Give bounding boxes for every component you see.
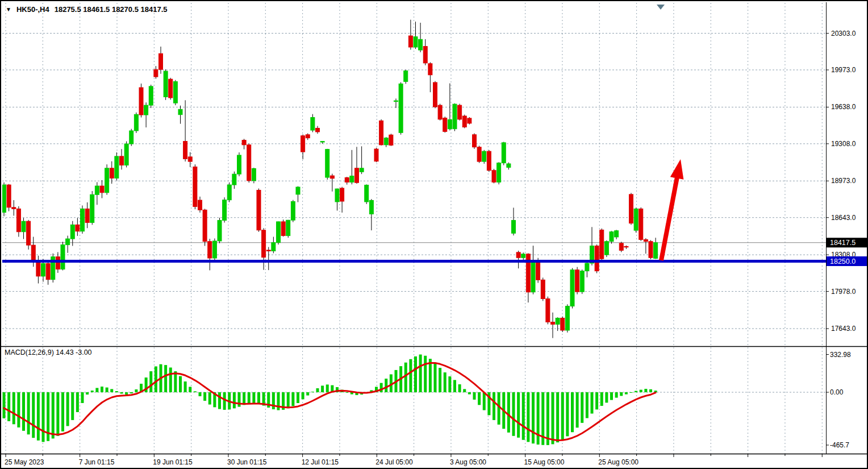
candle-body[interactable]	[237, 155, 241, 174]
candle-body[interactable]	[408, 36, 412, 47]
candle-body[interactable]	[130, 131, 133, 144]
candle-body[interactable]	[551, 322, 555, 325]
candle-body[interactable]	[70, 225, 74, 239]
candle-body[interactable]	[266, 250, 270, 251]
candle-body[interactable]	[154, 69, 158, 77]
candle-body[interactable]	[272, 243, 276, 251]
candle-body[interactable]	[56, 257, 60, 269]
candle-body[interactable]	[36, 261, 40, 276]
candle-body[interactable]	[526, 254, 530, 292]
time-axis[interactable]: 25 May 20237 Jun 01:1519 Jun 01:1530 Jun…	[5, 454, 822, 466]
candle-body[interactable]	[516, 252, 520, 258]
candle-body[interactable]	[399, 84, 403, 132]
candle-body[interactable]	[345, 177, 349, 182]
candle-body[interactable]	[379, 121, 383, 144]
candle-body[interactable]	[639, 209, 643, 239]
candle-body[interactable]	[649, 242, 653, 258]
candle-body[interactable]	[619, 243, 623, 250]
scroll-position-icon[interactable]	[657, 5, 665, 10]
candle-body[interactable]	[85, 209, 89, 222]
candle-body[interactable]	[497, 163, 501, 182]
candle-body[interactable]	[365, 185, 369, 202]
candle-body[interactable]	[188, 157, 192, 161]
candle-body[interactable]	[595, 246, 599, 271]
candle-body[interactable]	[629, 194, 633, 223]
symbol-dropdown-icon[interactable]: ▼	[6, 7, 11, 13]
candle-body[interactable]	[277, 222, 281, 243]
candle-body[interactable]	[198, 200, 202, 210]
candle-body[interactable]	[492, 171, 496, 182]
candle-body[interactable]	[27, 221, 31, 245]
candle-body[interactable]	[164, 71, 168, 97]
candle-body[interactable]	[624, 246, 628, 247]
candle-body[interactable]	[448, 119, 452, 128]
candle-body[interactable]	[115, 156, 119, 178]
candle-body[interactable]	[561, 318, 565, 330]
candle-body[interactable]	[193, 167, 197, 206]
candle-body[interactable]	[580, 271, 584, 292]
candle-body[interactable]	[2, 185, 6, 212]
candle-body[interactable]	[604, 242, 608, 255]
candle-body[interactable]	[473, 135, 477, 147]
candle-body[interactable]	[81, 209, 85, 231]
candle-body[interactable]	[95, 186, 99, 194]
candle-body[interactable]	[541, 280, 545, 298]
candle-body[interactable]	[438, 105, 442, 119]
candle-body[interactable]	[600, 230, 604, 259]
candle-body[interactable]	[61, 245, 65, 269]
candle-body[interactable]	[634, 209, 638, 230]
candle-body[interactable]	[433, 82, 437, 107]
candle-body[interactable]	[615, 231, 619, 237]
candle-body[interactable]	[414, 37, 418, 47]
candle-body[interactable]	[139, 88, 143, 115]
candle-body[interactable]	[335, 189, 339, 202]
candle-body[interactable]	[223, 200, 227, 221]
candle-body[interactable]	[301, 136, 305, 152]
candle-body[interactable]	[212, 241, 216, 258]
candle-body[interactable]	[340, 188, 344, 201]
candle-body[interactable]	[22, 221, 26, 232]
candle-body[interactable]	[404, 71, 408, 82]
candle-body[interactable]	[512, 221, 516, 234]
candlesticks[interactable]	[2, 20, 658, 338]
candle-body[interactable]	[105, 168, 109, 193]
candle-body[interactable]	[286, 220, 290, 235]
candle-body[interactable]	[291, 201, 295, 220]
candle-body[interactable]	[306, 135, 310, 138]
candle-body[interactable]	[159, 53, 163, 69]
candle-body[interactable]	[232, 174, 236, 185]
candle-body[interactable]	[31, 245, 35, 260]
candle-body[interactable]	[149, 86, 153, 105]
candle-body[interactable]	[252, 168, 256, 180]
candle-body[interactable]	[477, 147, 481, 161]
candle-body[interactable]	[90, 194, 94, 222]
candle-body[interactable]	[242, 140, 246, 145]
candle-body[interactable]	[134, 114, 138, 131]
candle-body[interactable]	[66, 239, 70, 245]
candle-body[interactable]	[100, 186, 104, 193]
candle-body[interactable]	[502, 143, 506, 163]
candle-body[interactable]	[120, 156, 124, 165]
candle-body[interactable]	[536, 261, 540, 280]
candle-body[interactable]	[320, 142, 324, 142]
candle-body[interactable]	[218, 221, 222, 241]
candle-body[interactable]	[7, 185, 11, 207]
candle-body[interactable]	[350, 176, 354, 182]
candle-body[interactable]	[316, 128, 320, 132]
candle-body[interactable]	[458, 105, 462, 119]
candle-body[interactable]	[374, 149, 378, 161]
candle-body[interactable]	[389, 135, 393, 145]
candle-body[interactable]	[443, 118, 447, 132]
candle-body[interactable]	[487, 151, 491, 171]
candle-body[interactable]	[110, 168, 114, 179]
candle-body[interactable]	[644, 239, 648, 241]
candle-body[interactable]	[468, 118, 471, 123]
candle-body[interactable]	[41, 263, 45, 276]
candle-body[interactable]	[257, 190, 261, 230]
price-axis[interactable]: 20303.019973.019638.019308.018973.018643…	[826, 30, 868, 449]
candle-body[interactable]	[203, 210, 207, 241]
candle-body[interactable]	[46, 263, 50, 279]
candle-body[interactable]	[575, 270, 579, 292]
candle-body[interactable]	[208, 242, 212, 258]
candle-body[interactable]	[482, 151, 486, 161]
